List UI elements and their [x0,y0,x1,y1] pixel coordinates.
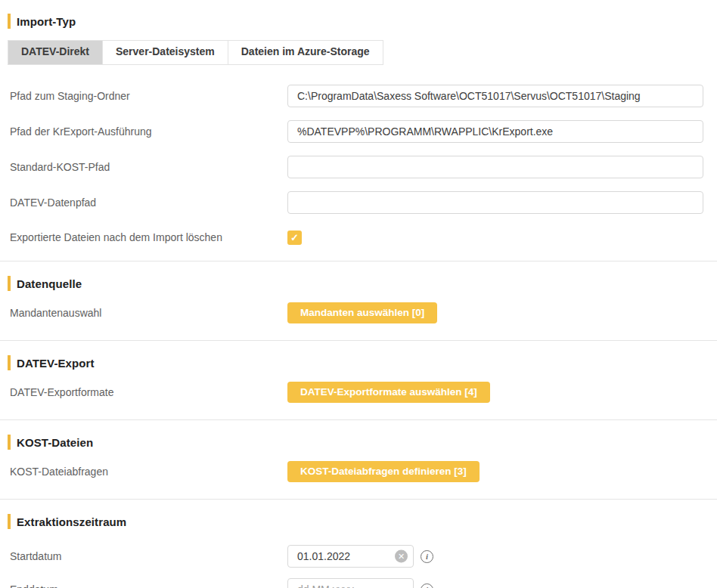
section-datev-export-title: DATEV-Export [8,355,717,370]
startdatum-label: Startdatum [10,550,287,562]
checkmark-icon: ✓ [290,233,299,243]
field-row-kost-dateiabfragen: KOST-Dateiabfragen KOST-Dateiabfragen de… [10,461,717,482]
section-datenquelle-title: Datenquelle [8,276,717,291]
enddatum-input[interactable] [287,578,414,588]
field-row-mandantenauswahl: Mandantenauswahl Mandanten auswählen [0] [10,302,717,323]
tab-server-dateisystem[interactable]: Server-Dateisystem [102,41,228,64]
section-accent-bar [8,435,11,450]
staging-path-label: Pfad zum Staging-Ordner [10,90,287,102]
krexport-path-input[interactable] [287,120,703,143]
import-type-tabs: DATEV-Direkt Server-Dateisystem Dateien … [8,40,383,65]
settings-page: Import-Typ DATEV-Direkt Server-Dateisyst… [0,14,717,588]
kost-dateiabfragen-label: KOST-Dateiabfragen [10,466,287,478]
tab-datev-direkt[interactable]: DATEV-Direkt [8,41,102,64]
standard-kost-path-input[interactable] [287,156,703,178]
info-icon[interactable]: i [421,550,433,563]
section-divider [0,499,717,500]
field-row-enddatum: Enddatum i [10,578,717,588]
section-import-typ-title: Import-Typ [8,14,717,29]
section-accent-bar [8,14,11,29]
datev-datenpfad-label: DATEV-Datenpfad [10,197,287,209]
field-row-startdatum: Startdatum ✕ i [10,545,717,568]
field-row-datev-exportformate: DATEV-Exportformate DATEV-Exportformate … [10,382,717,403]
standard-kost-path-label: Standard-KOST-Pfad [10,161,287,173]
delete-after-import-label: Exportierte Dateien nach dem Import lösc… [10,231,287,243]
tab-dateien-im-azure-storage[interactable]: Dateien im Azure-Storage [228,41,383,64]
mandantenauswahl-label: Mandantenauswahl [10,307,287,319]
field-row-datev-datenpfad: DATEV-Datenpfad [10,191,717,214]
section-divider [0,261,717,262]
section-title-text: DATEV-Export [17,357,95,370]
info-icon[interactable]: i [421,583,433,588]
section-kost-dateien-title: KOST-Dateien [8,435,717,450]
enddatum-wrap [287,578,414,588]
section-divider [0,419,717,420]
field-row-standard-kost-path: Standard-KOST-Pfad [10,156,717,178]
section-divider [0,340,717,341]
kost-dateiabfragen-button[interactable]: KOST-Dateiabfragen definieren [3] [287,461,480,482]
delete-after-import-checkbox[interactable]: ✓ [287,231,302,245]
field-row-krexport-path: Pfad der KrExport-Ausführung [10,120,717,143]
section-extraktionszeitraum-title: Extraktionszeitraum [8,514,717,529]
section-title-text: Datenquelle [17,277,82,290]
section-accent-bar [8,276,11,291]
field-row-staging-path: Pfad zum Staging-Ordner [10,85,717,107]
clear-date-icon[interactable]: ✕ [395,550,408,563]
field-row-delete-after-import: Exportierte Dateien nach dem Import lösc… [10,227,717,248]
startdatum-wrap: ✕ [287,545,414,568]
page-title: Import-Typ [17,15,76,28]
staging-path-input[interactable] [287,85,703,107]
datev-exportformate-label: DATEV-Exportformate [10,386,287,398]
krexport-path-label: Pfad der KrExport-Ausführung [10,125,287,138]
mandanten-auswaehlen-button[interactable]: Mandanten auswählen [0] [287,302,437,323]
section-accent-bar [8,355,11,370]
section-accent-bar [8,514,11,529]
section-title-text: KOST-Dateien [17,436,93,449]
enddatum-label: Enddatum [10,583,287,588]
datev-exportformate-button[interactable]: DATEV-Exportformate auswählen [4] [287,382,490,403]
section-title-text: Extraktionszeitraum [17,515,126,528]
datev-datenpfad-input[interactable] [287,191,703,214]
